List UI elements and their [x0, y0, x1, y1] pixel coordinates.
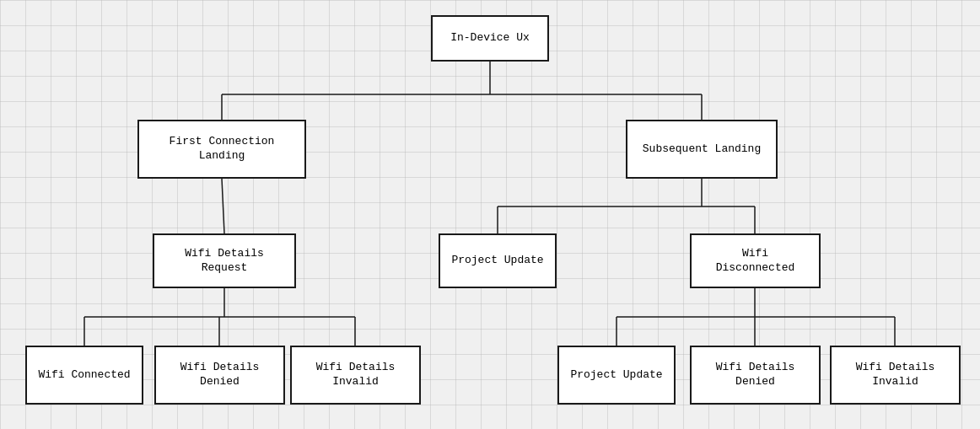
node-wifi-details-denied-right: Wifi Details Denied [690, 346, 821, 405]
node-wifi-details-denied-left: Wifi Details Denied [154, 346, 285, 405]
node-wifi-disconnected: Wifi Disconnected [690, 233, 821, 288]
node-subsequent: Subsequent Landing [626, 120, 778, 179]
svg-line-5 [222, 179, 224, 233]
node-project-update-bottom: Project Update [557, 346, 676, 405]
node-project-update-mid: Project Update [439, 233, 557, 288]
tree-container: In-Device Ux First Connection Landing Su… [0, 0, 980, 429]
node-wifi-connected: Wifi Connected [25, 346, 143, 405]
node-first-connection: First Connection Landing [137, 120, 306, 179]
node-root: In-Device Ux [431, 15, 549, 62]
node-wifi-details-invalid-left: Wifi Details Invalid [290, 346, 421, 405]
node-wifi-details-request: Wifi Details Request [153, 233, 296, 288]
node-wifi-details-invalid-right: Wifi Details Invalid [830, 346, 961, 405]
